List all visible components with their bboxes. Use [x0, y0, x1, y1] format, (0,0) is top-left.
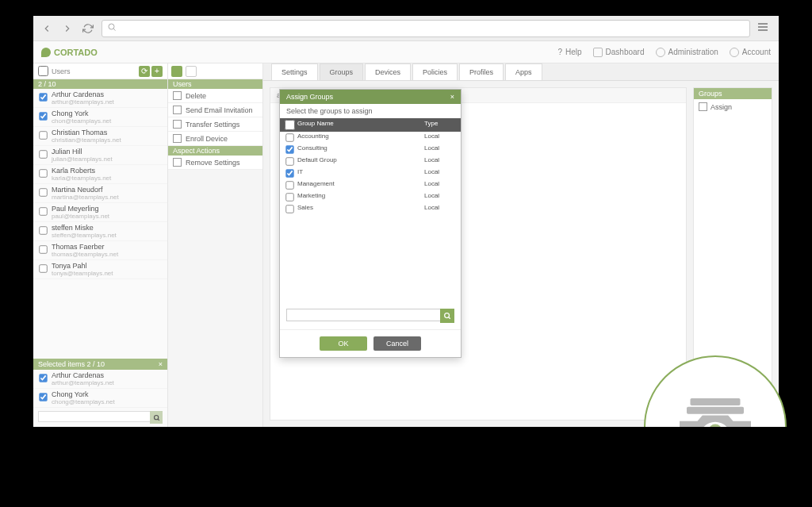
user-name: Tonya Pahl — [52, 262, 113, 270]
account-link[interactable]: Account — [730, 48, 771, 57]
user-checkbox[interactable] — [39, 131, 47, 139]
row-name: Accounting — [297, 133, 424, 143]
user-item[interactable]: Martina Neudorfmartina@teamplays.net — [33, 184, 167, 203]
selected-checkbox[interactable] — [39, 374, 47, 382]
modal-row[interactable]: AccountingLocal — [280, 132, 461, 144]
user-checkbox[interactable] — [39, 93, 47, 101]
action-item[interactable]: Remove Settings — [168, 156, 262, 170]
row-checkbox[interactable] — [285, 193, 293, 201]
tab-profiles[interactable]: Profiles — [459, 63, 504, 80]
row-checkbox[interactable] — [285, 169, 293, 177]
user-item[interactable]: Tonya Pahltonya@teamplays.net — [33, 260, 167, 279]
users-sidebar: Users ⟳ + 2 / 10 Arthur Cardenasarthur@t… — [33, 63, 168, 427]
forward-button[interactable] — [60, 21, 75, 36]
header-actions: ?Help Dashboard Administration Account — [557, 48, 771, 57]
back-button[interactable] — [40, 21, 54, 36]
tab-settings[interactable]: Settings — [271, 63, 318, 80]
row-checkbox[interactable] — [285, 157, 293, 165]
user-item[interactable]: Arthur Cardenasarthur@teamplays.net — [33, 89, 167, 108]
modal-row[interactable]: Default GroupLocal — [280, 156, 461, 167]
modal-close-button[interactable]: × — [450, 93, 454, 101]
modal-title: Assign Groups — [286, 93, 333, 101]
modal-row[interactable]: MarketingLocal — [280, 191, 461, 203]
user-checkbox[interactable] — [39, 226, 47, 234]
modal-search-input[interactable] — [286, 309, 440, 321]
modal-row[interactable]: ManagementLocal — [280, 179, 461, 191]
selected-checkbox[interactable] — [39, 393, 47, 401]
avatar-icon — [730, 48, 739, 57]
user-item[interactable]: Karla Robertskarla@teamplays.net — [33, 165, 167, 184]
user-item[interactable]: steffen Miskesteffen@teamplays.net — [33, 222, 167, 241]
selected-bar: Selected items 2 / 10 × — [33, 359, 167, 370]
assign-action[interactable]: Assign — [694, 99, 772, 114]
user-checkbox[interactable] — [39, 245, 47, 253]
browser-bar — [33, 16, 779, 41]
modal-row[interactable]: ConsultingLocal — [280, 144, 461, 156]
dashboard-link[interactable]: Dashboard — [593, 48, 645, 57]
tab-policies[interactable]: Policies — [412, 63, 458, 80]
refresh-button[interactable]: ⟳ — [139, 66, 150, 77]
ok-button[interactable]: OK — [320, 336, 367, 351]
url-bar[interactable] — [102, 20, 750, 37]
svg-rect-9 — [691, 398, 741, 405]
user-item[interactable]: Chong Yorkchon@teamplays.net — [33, 108, 167, 127]
user-email: julian@teamplays.net — [52, 156, 113, 163]
row-name: IT — [297, 168, 424, 179]
action-item[interactable]: Enroll Device — [168, 132, 262, 146]
user-name: Arthur Cardenas — [52, 371, 114, 379]
user-checkbox[interactable] — [39, 188, 47, 196]
user-email: arthur@teamplays.net — [52, 98, 114, 106]
user-name: Julian Hill — [52, 148, 113, 156]
sidebar-search-button[interactable] — [150, 411, 163, 424]
select-all-checkbox[interactable] — [38, 66, 48, 76]
row-type: Local — [424, 204, 456, 214]
user-checkbox[interactable] — [39, 150, 47, 158]
row-checkbox[interactable] — [285, 181, 293, 189]
modal-row[interactable]: ITLocal — [280, 167, 461, 179]
row-checkbox[interactable] — [285, 145, 293, 153]
user-item[interactable]: Julian Hilljulian@teamplays.net — [33, 146, 167, 165]
cancel-button[interactable]: Cancel — [373, 336, 421, 351]
user-item[interactable]: Christian Thomaschristian@teamplays.net — [33, 127, 167, 146]
tab-groups[interactable]: Groups — [320, 63, 364, 80]
row-checkbox[interactable] — [285, 133, 293, 141]
modal-row[interactable]: SalesLocal — [280, 203, 461, 215]
tab-apps[interactable]: Apps — [505, 63, 542, 80]
action-item[interactable]: Delete — [168, 89, 262, 103]
action-icon — [173, 158, 182, 167]
user-checkbox[interactable] — [39, 207, 47, 215]
clear-selection-button[interactable]: × — [159, 360, 163, 368]
reload-button[interactable] — [81, 21, 95, 36]
user-name: Christian Thomas — [52, 129, 121, 136]
user-item[interactable]: Paul Meyerlingpaul@teamplays.net — [33, 203, 167, 222]
user-checkbox[interactable] — [39, 169, 47, 177]
modal-buttons: OK Cancel — [280, 329, 461, 357]
user-checkbox[interactable] — [39, 112, 47, 120]
row-checkbox[interactable] — [285, 205, 293, 213]
hamburger-menu[interactable] — [756, 21, 772, 36]
selected-item[interactable]: Arthur Cardenasarthur@teamplays.net — [33, 370, 167, 389]
action-item[interactable]: Send Email Invitation — [168, 103, 262, 117]
tab-devices[interactable]: Devices — [365, 63, 411, 80]
modal-select-all[interactable] — [285, 120, 295, 130]
list-icon[interactable] — [186, 66, 197, 77]
sidebar-search-input[interactable] — [38, 411, 150, 422]
help-link[interactable]: ?Help — [557, 48, 581, 57]
action-item[interactable]: Transfer Settings — [168, 117, 262, 132]
user-checkbox[interactable] — [39, 264, 47, 272]
row-type: Local — [424, 144, 456, 155]
dashboard-icon — [593, 48, 603, 57]
user-email: karla@teamplays.net — [52, 175, 111, 182]
svg-line-1 — [113, 29, 115, 30]
selected-item[interactable]: Chong Yorkchong@teamplays.net — [33, 389, 167, 408]
add-user-button[interactable]: + — [151, 66, 163, 77]
svg-rect-10 — [687, 407, 744, 414]
logo-icon — [41, 48, 51, 57]
actions-header — [168, 63, 262, 79]
grid-icon[interactable] — [171, 66, 182, 77]
modal-search-button[interactable] — [440, 309, 454, 323]
users-actions-list: DeleteSend Email InvitationTransfer Sett… — [168, 89, 262, 146]
user-item[interactable]: Thomas Faerberthomas@teamplays.net — [33, 241, 167, 260]
administration-link[interactable]: Administration — [656, 48, 718, 57]
svg-line-6 — [158, 419, 159, 421]
